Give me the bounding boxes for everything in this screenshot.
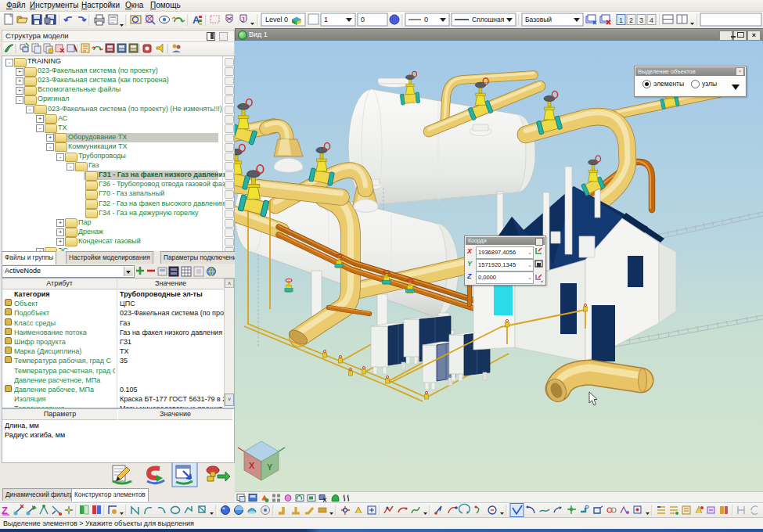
svg-text:Level 0: Level 0 [265,16,288,23]
svg-text:3: 3 [639,16,643,24]
svg-text:J: J [241,16,245,23]
svg-text:1: 1 [324,16,328,23]
svg-text:2: 2 [629,16,633,24]
svg-text:Y: Y [267,462,273,472]
svg-text:X: X [249,461,255,470]
svg-text:0: 0 [424,16,428,23]
svg-text:Сплошная: Сплошная [472,16,505,23]
svg-text:Базовый: Базовый [525,16,552,23]
svg-text:1: 1 [619,16,623,24]
svg-text:0: 0 [361,16,365,23]
svg-text:4: 4 [650,16,653,24]
